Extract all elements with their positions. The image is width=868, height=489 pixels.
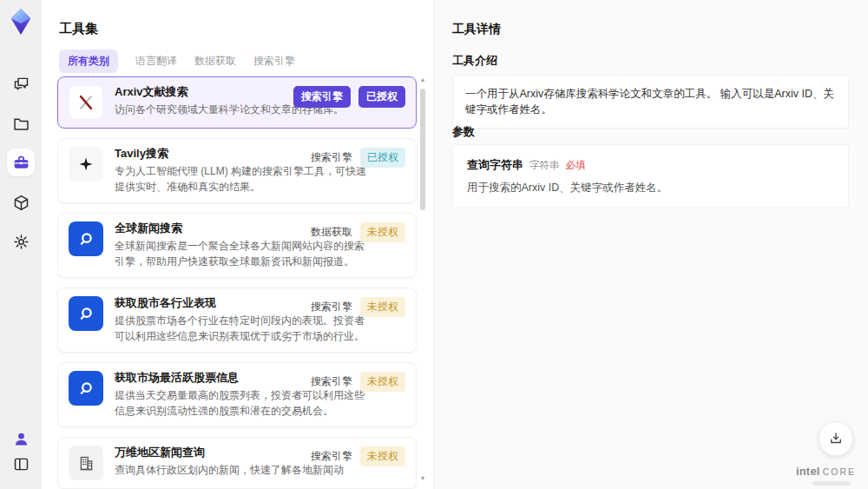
sidebar-item-tools[interactable]: [7, 149, 35, 176]
tool-description: 查询具体行政区划内的新闻，快速了解各地新闻动: [115, 463, 344, 479]
tool-card[interactable]: Arxiv文献搜索 访问各个研究领域大量科学论文和文章的存储库。 搜索引擎 已授…: [57, 76, 417, 129]
download-button[interactable]: [819, 421, 853, 456]
param-name: 查询字符串: [467, 157, 523, 173]
tab-category-2[interactable]: 数据获取: [194, 54, 236, 69]
app-window: 工具集 所有类别语言翻译数据获取搜索引擎 Arxiv文献搜索 访问各个研究领域大…: [0, 0, 868, 489]
param-type: 字符串: [529, 159, 560, 172]
search-icon: [69, 371, 103, 406]
intro-card: 一个用于从Arxiv存储库搜索科学论文和文章的工具。 输入可以是Arxiv ID…: [452, 75, 849, 129]
tool-badges: 搜索引擎 未授权: [311, 372, 405, 392]
building-icon: [69, 446, 103, 480]
tool-list: Arxiv文献搜索 访问各个研究领域大量科学论文和文章的存储库。 搜索引擎 已授…: [57, 76, 417, 489]
tool-description: 提供当天交易量最高的股票列表，投资者可以利用这些信息来识别流动性强的股票和潜在的…: [115, 388, 368, 419]
search-icon: [69, 296, 103, 331]
param-description: 用于搜索的Arxiv ID、关键字或作者姓名。: [467, 181, 834, 195]
tool-category-badge: 搜索引擎: [311, 300, 352, 314]
tools-panel: 工具集 所有类别语言翻译数据获取搜索引擎 Arxiv文献搜索 访问各个研究领域大…: [42, 0, 434, 489]
app-logo-icon: [8, 7, 34, 36]
folder-icon: [12, 115, 30, 133]
parameter-card: 查询字符串 字符串 必填 用于搜索的Arxiv ID、关键字或作者姓名。: [452, 144, 849, 208]
left-rail: [0, 0, 42, 489]
tool-auth-badge: 未授权: [360, 446, 405, 466]
user-avatar[interactable]: [7, 425, 35, 453]
tool-badges: 搜索引擎 未授权: [311, 297, 405, 317]
cube-icon: [12, 194, 30, 212]
avatar-icon: [12, 430, 30, 448]
tool-badges: 数据获取 未授权: [311, 222, 405, 242]
scrollbar-thumb[interactable]: [420, 89, 425, 210]
tool-card[interactable]: 全球新闻搜索 全球新闻搜索是一个聚合全球各大新闻网站内容的搜索引擎，帮助用户快速…: [57, 213, 417, 278]
arxiv-logo-icon: [69, 85, 103, 120]
tool-category-badge: 搜索引擎: [293, 86, 351, 108]
chat-icon: [12, 75, 30, 93]
search-icon: [69, 221, 103, 256]
tool-card[interactable]: 获取市场最活跃股票信息 提供当天交易量最高的股票列表，投资者可以利用这些信息来识…: [57, 362, 417, 427]
intro-heading: 工具介绍: [452, 53, 497, 69]
sidebar-item-settings[interactable]: [7, 228, 35, 255]
tool-auth-badge: 已授权: [360, 148, 405, 168]
intel-word: intel: [796, 465, 820, 478]
sidebar-item-chat[interactable]: [7, 69, 35, 97]
core-word: CORE: [823, 466, 856, 477]
tool-category-badge: 搜索引擎: [311, 150, 352, 165]
page-title: 工具集: [59, 21, 98, 37]
intro-text: 一个用于从Arxiv存储库搜索科学论文和文章的工具。 输入可以是Arxiv ID…: [465, 88, 834, 116]
tool-auth-badge: 未授权: [360, 372, 405, 392]
tab-category-3[interactable]: 搜索引擎: [253, 54, 295, 69]
tool-description: 提供股票市场各个行业在特定时间段内的表现。投资者可以利用这些信息来识别表现优于或…: [115, 314, 368, 344]
download-icon: [828, 431, 844, 446]
tool-auth-badge: 已授权: [358, 86, 405, 108]
sidebar-item-files[interactable]: [7, 109, 35, 137]
tool-category-badge: 搜索引擎: [311, 449, 352, 464]
params-heading: 参数: [452, 124, 475, 140]
tool-name: 万维地区新闻查询: [115, 446, 344, 459]
sidebar-item-packages[interactable]: [7, 188, 35, 216]
tool-card[interactable]: 万维地区新闻查询 查询具体行政区划内的新闻，快速了解各地新闻动 搜索引擎 未授权: [57, 437, 417, 489]
tool-card[interactable]: Tavily搜索 专为人工智能代理 (LLM) 构建的搜索引擎工具，可快速提供实…: [57, 138, 417, 203]
brand-decor: [812, 481, 851, 486]
tool-auth-badge: 未授权: [360, 222, 405, 242]
tool-category-badge: 数据获取: [311, 225, 352, 240]
tool-card[interactable]: 获取股市各行业表现 提供股票市场各个行业在特定时间段内的表现。投资者可以利用这些…: [57, 287, 417, 353]
param-required-badge: 必填: [566, 159, 586, 172]
tab-category-0[interactable]: 所有类别: [59, 50, 118, 73]
category-tabs: 所有类别语言翻译数据获取搜索引擎: [59, 50, 295, 73]
tool-badges: 搜索引擎 已授权: [293, 86, 405, 108]
toolbox-icon: [12, 154, 30, 172]
tool-category-badge: 搜索引擎: [311, 374, 352, 389]
tool-badges: 搜索引擎 已授权: [311, 148, 405, 168]
panel-toggle-icon: [12, 455, 30, 473]
tool-description: 全球新闻搜索是一个聚合全球各大新闻网站内容的搜索引擎，帮助用户快速获取全球最新资…: [115, 239, 368, 269]
scroll-up-icon[interactable]: ▲: [418, 76, 427, 83]
settings-icon: [12, 233, 30, 251]
sparkle-icon: [69, 147, 103, 182]
intel-core-logo: intel CORE: [796, 465, 856, 478]
scroll-down-icon[interactable]: ▼: [418, 475, 427, 482]
tool-auth-badge: 未授权: [360, 297, 405, 317]
tool-description: 专为人工智能代理 (LLM) 构建的搜索引擎工具，可快速提供实时、准确和真实的结…: [115, 164, 368, 195]
details-title: 工具详情: [452, 22, 501, 37]
collapse-panel-button[interactable]: [7, 450, 35, 478]
tab-category-1[interactable]: 语言翻译: [135, 54, 177, 69]
tool-details-panel: 工具详情 工具介绍 一个用于从Arxiv存储库搜索科学论文和文章的工具。 输入可…: [434, 0, 868, 489]
list-scrollbar[interactable]: ▲ ▼: [418, 76, 427, 482]
tool-badges: 搜索引擎 未授权: [311, 446, 405, 466]
